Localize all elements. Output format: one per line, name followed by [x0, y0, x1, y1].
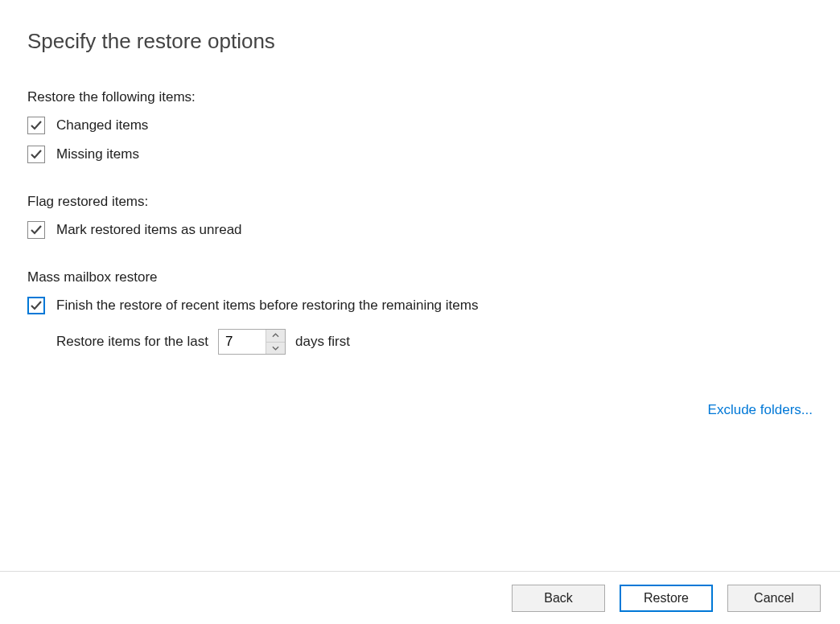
- checkbox-label-missing-items: Missing items: [56, 146, 139, 162]
- checkbox-mark-unread[interactable]: [27, 221, 45, 239]
- checkbox-finish-recent[interactable]: [27, 297, 45, 314]
- days-spinner-up[interactable]: [266, 330, 285, 343]
- checkbox-row-missing-items: Missing items: [27, 146, 813, 163]
- days-spinner: [266, 330, 285, 354]
- section-label-restore-items: Restore the following items:: [27, 89, 813, 105]
- section-label-mass-restore: Mass mailbox restore: [27, 269, 813, 285]
- checkbox-changed-items[interactable]: [27, 117, 45, 134]
- check-icon: [31, 224, 42, 236]
- restore-button[interactable]: Restore: [620, 585, 713, 612]
- days-stepper: [218, 329, 286, 355]
- chevron-up-icon: [272, 333, 279, 338]
- restore-days-suffix: days first: [295, 334, 350, 350]
- checkbox-row-finish-recent: Finish the restore of recent items befor…: [27, 297, 813, 314]
- checkbox-row-changed-items: Changed items: [27, 117, 813, 134]
- checkbox-missing-items[interactable]: [27, 146, 45, 163]
- days-spinner-down[interactable]: [266, 343, 285, 355]
- exclude-folders-link[interactable]: Exclude folders...: [708, 402, 813, 418]
- checkbox-label-mark-unread: Mark restored items as unread: [56, 222, 242, 238]
- page-title: Specify the restore options: [27, 29, 813, 54]
- footer: Back Restore Cancel: [0, 571, 840, 624]
- checkbox-label-changed-items: Changed items: [56, 117, 148, 133]
- section-flag-restored: Flag restored items: Mark restored items…: [27, 194, 813, 239]
- section-label-flag-restored: Flag restored items:: [27, 194, 813, 210]
- section-restore-items: Restore the following items: Changed ite…: [27, 89, 813, 163]
- checkbox-row-mark-unread: Mark restored items as unread: [27, 221, 813, 239]
- check-icon: [31, 120, 42, 131]
- cancel-button[interactable]: Cancel: [727, 585, 821, 612]
- back-button[interactable]: Back: [512, 585, 605, 612]
- restore-days-row: Restore items for the last days first: [56, 329, 813, 355]
- section-mass-restore: Mass mailbox restore Finish the restore …: [27, 269, 813, 355]
- chevron-down-icon: [272, 346, 279, 351]
- check-icon: [31, 149, 42, 160]
- days-input[interactable]: [219, 330, 266, 354]
- checkbox-label-finish-recent: Finish the restore of recent items befor…: [56, 298, 478, 314]
- restore-days-prefix: Restore items for the last: [56, 334, 208, 350]
- check-icon: [31, 300, 42, 311]
